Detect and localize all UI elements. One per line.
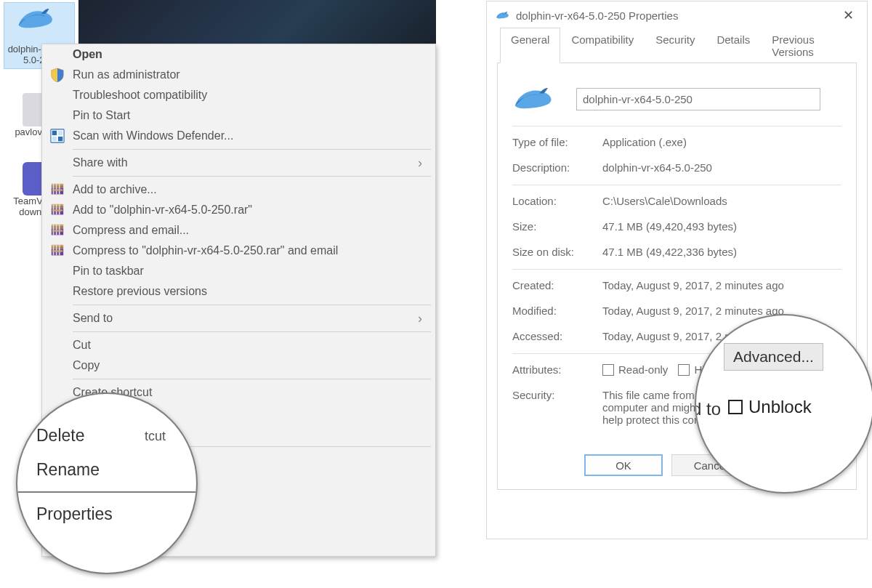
label-size: Size: — [512, 220, 602, 233]
checkbox-unblock-label: Unblock — [748, 397, 812, 417]
label-security: Security: — [512, 389, 602, 401]
winrar-icon — [49, 202, 65, 218]
context-menu-troubleshoot-compatibility[interactable]: Troubleshoot compatibility — [42, 85, 435, 105]
value-location: C:\Users\Cale\Downloads — [602, 195, 727, 207]
menu-separator — [16, 491, 198, 493]
menu-item-label: Compress and email... — [73, 224, 189, 237]
checkbox-readonly-label: Read-only — [618, 363, 668, 376]
context-menu-pin-to-taskbar[interactable]: Pin to taskbar — [42, 261, 435, 281]
window-title: dolphin-vr-x64-5.0-250 Properties — [516, 9, 678, 22]
menu-item-label: Copy — [73, 359, 100, 372]
tab-previous-versions[interactable]: Previous Versions — [761, 28, 857, 63]
tab-strip: GeneralCompatibilitySecurityDetailsPrevi… — [500, 28, 857, 63]
menu-item-label: Troubleshoot compatibility — [73, 89, 207, 102]
menu-item-label: Restore previous versions — [73, 285, 207, 298]
fragment-text: d to — [695, 399, 721, 419]
winrar-icon — [49, 222, 65, 238]
context-menu-pin-to-start[interactable]: Pin to Start — [42, 105, 435, 126]
menu-item-label: Open — [73, 48, 102, 61]
context-menu-open[interactable]: Open — [42, 44, 435, 65]
winrar-icon — [49, 243, 65, 259]
value-desc: dolphin-vr-x64-5.0-250 — [602, 161, 712, 174]
titlebar: dolphin-vr-x64-5.0-250 Properties ✕ — [487, 1, 867, 28]
label-attributes: Attributes: — [512, 363, 602, 376]
menu-item-label: Add to "dolphin-vr-x64-5.0-250.rar" — [73, 204, 252, 217]
menu-item-label: Run as administrator — [73, 68, 180, 81]
value-created: Today, August 9, 2017, 2 minutes ago — [602, 279, 784, 291]
tab-compatibility[interactable]: Compatibility — [560, 28, 645, 63]
value-modified: Today, August 9, 2017, 2 minutes ago — [602, 305, 784, 317]
label-disk: Size on disk: — [512, 246, 602, 258]
shield-icon — [49, 67, 65, 83]
defender-icon — [49, 128, 65, 144]
dolphin-app-icon — [16, 4, 62, 41]
panel-separator — [512, 126, 841, 126]
chevron-right-icon: › — [418, 311, 422, 326]
checkbox-unblock[interactable]: Unblock — [728, 397, 812, 417]
filename-input[interactable]: dolphin-vr-x64-5.0-250 — [576, 88, 820, 110]
value-type: Application (.exe) — [602, 136, 687, 148]
context-menu-properties[interactable]: Properties — [35, 497, 179, 531]
tab-details[interactable]: Details — [706, 28, 761, 63]
menu-item-label: Share with — [73, 156, 128, 169]
advanced-button[interactable]: Advanced... — [724, 343, 823, 371]
menu-item-label: Send to — [73, 312, 113, 325]
magnifier-right: Advanced... d to Unblock — [695, 314, 872, 494]
context-menu-add-to-archive[interactable]: Add to archive... — [42, 180, 435, 200]
context-menu-compress-and-email[interactable]: Compress and email... — [42, 220, 435, 241]
value-disk: 47.1 MB (49,422,336 bytes) — [602, 246, 737, 258]
context-menu-run-as-administrator[interactable]: Run as administrator — [42, 65, 435, 85]
tab-security[interactable]: Security — [645, 28, 706, 63]
menu-separator — [73, 305, 431, 305]
ok-button[interactable]: OK — [584, 454, 663, 476]
tab-general[interactable]: General — [500, 28, 560, 63]
fragment-text: tcut — [145, 429, 166, 444]
label-location: Location: — [512, 195, 602, 207]
panel-separator — [512, 269, 841, 270]
context-menu-share-with[interactable]: Share with› — [42, 153, 435, 173]
context-menu-scan-with-windows-defender[interactable]: Scan with Windows Defender... — [42, 126, 435, 146]
value-size: 47.1 MB (49,420,493 bytes) — [602, 220, 737, 233]
label-accessed: Accessed: — [512, 330, 602, 342]
context-menu-add-to-dolphin-vr-x64-5-0-250-rar[interactable]: Add to "dolphin-vr-x64-5.0-250.rar" — [42, 200, 435, 220]
menu-item-label: Pin to Start — [73, 109, 130, 122]
magnifier-left: tcut Delete Rename Properties — [16, 392, 198, 574]
context-menu-compress-to-dolphin-vr-x64-5-0-250-rar-a[interactable]: Compress to "dolphin-vr-x64-5.0-250.rar"… — [42, 241, 435, 261]
checkbox-icon — [728, 400, 743, 414]
dolphin-titlebar-icon — [496, 8, 510, 23]
menu-separator — [73, 379, 431, 379]
menu-separator — [73, 149, 431, 150]
checkbox-readonly[interactable]: Read-only — [602, 363, 668, 376]
desktop-wallpaper — [78, 0, 436, 44]
menu-item-label: Scan with Windows Defender... — [73, 129, 233, 142]
menu-item-label: Compress to "dolphin-vr-x64-5.0-250.rar"… — [73, 244, 338, 257]
label-modified: Modified: — [512, 305, 602, 317]
context-menu-restore-previous-versions[interactable]: Restore previous versions — [42, 281, 435, 302]
label-type: Type of file: — [512, 136, 602, 148]
chevron-right-icon: › — [418, 156, 422, 171]
context-menu-cut[interactable]: Cut — [42, 335, 435, 355]
menu-item-label: Add to archive... — [73, 183, 157, 196]
dolphin-app-icon — [512, 83, 556, 115]
menu-item-label: Pin to taskbar — [73, 265, 144, 278]
context-menu-copy[interactable]: Copy — [42, 355, 435, 376]
menu-item-label: Cut — [73, 339, 91, 352]
label-created: Created: — [512, 279, 602, 291]
menu-separator — [73, 331, 431, 332]
close-icon[interactable]: ✕ — [839, 7, 858, 23]
label-desc: Description: — [512, 161, 602, 174]
panel-separator — [512, 185, 841, 185]
context-menu-rename[interactable]: Rename — [35, 453, 179, 487]
winrar-icon — [49, 182, 65, 198]
context-menu-send-to[interactable]: Send to› — [42, 308, 435, 329]
menu-separator — [73, 176, 431, 177]
